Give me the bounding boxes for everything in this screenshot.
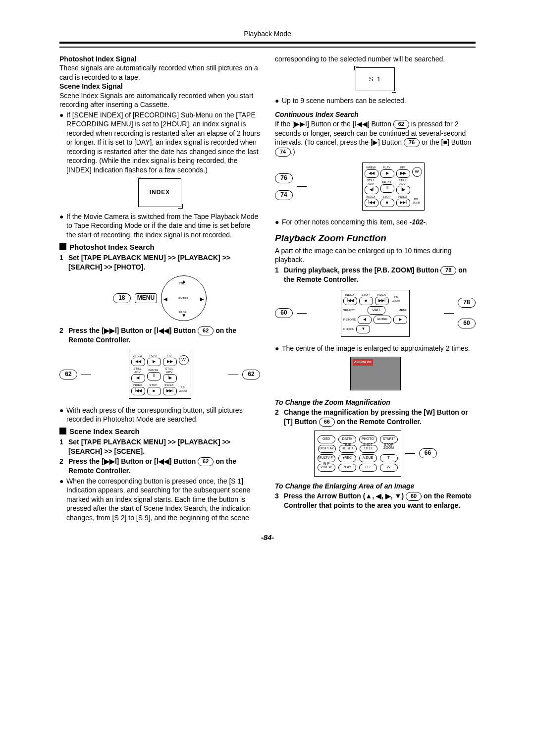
ref-callout: 78 — [458, 298, 476, 308]
step-2: 2 Press the [▶▶ⅼ] Button or [ⅼ◀◀] Button… — [59, 326, 260, 344]
ref-callout: 66 — [419, 448, 437, 458]
paragraph: corresponding to the selected number wil… — [275, 54, 476, 63]
figure-zoom-thumbnail: ZOOM 2× — [275, 357, 476, 392]
remote-icon: V/REW◀◀ PLAY▶ FF/▶▶ W STILL ADV◀ⅼ PAUSEⅼ… — [129, 351, 191, 399]
bullet-dot: ● — [59, 212, 66, 239]
two-column-layout: Photoshot Index Signal These signals are… — [59, 54, 476, 523]
step-text: Set [TAPE PLAYBACK MENU] >> [PLAYBACK] >… — [68, 253, 260, 271]
heading-continuous-index-search: Continuous Index Search — [275, 110, 476, 119]
bullet-dot: ● — [59, 110, 66, 174]
step-number: 1 — [59, 253, 68, 271]
paragraph: Scene Index Signals are automatically re… — [59, 91, 260, 109]
ref-callout: 62 — [198, 326, 214, 335]
step-1: 1 Set [TAPE PLAYBACK MENU] >> [PLAYBACK]… — [59, 437, 260, 456]
leader-line — [405, 453, 415, 454]
step-number: 3 — [275, 491, 284, 510]
screen-indicator-box: S 1 — [356, 67, 395, 91]
step-number: 2 — [59, 457, 68, 475]
heading-scene-index-signal: Scene Index Signal — [59, 82, 260, 91]
ref-callout: 74 — [275, 190, 293, 200]
paragraph: A part of the image can be enlarged up t… — [275, 246, 476, 265]
figure-remote-buttons: 62 V/REW◀◀ PLAY▶ FF/▶▶ W STILL ADV◀ⅼ PAU… — [59, 349, 260, 401]
figure-remote-full: OSD DATE/ TIME PHOTO SHOT START/ STOP DI… — [275, 431, 476, 477]
leader-line — [444, 313, 454, 314]
ref-callout: 74 — [275, 148, 291, 157]
bullet-dot: ● — [275, 344, 282, 353]
heading-photoshot-index-signal: Photoshot Index Signal — [59, 54, 260, 63]
step-1: 1 Set [TAPE PLAYBACK MENU] >> [PLAYBACK]… — [59, 253, 260, 271]
remote-icon: V/REW◀◀ PLAY▶ FF/▶▶ W STILL ADV◀ⅼ PAUSEⅼ… — [362, 162, 425, 211]
heading-change-zoom-mag: To Change the Zoom Magnification — [275, 398, 476, 407]
step-text: Change the magnification by pressing the… — [284, 408, 476, 426]
bullet-item: ● When the corresponding button is press… — [59, 477, 260, 522]
heading-playback-zoom: Playback Zoom Function — [275, 232, 476, 244]
page-header: Playback Mode — [59, 30, 476, 38]
step-text: Press the Arrow Button (▲, ◀, ▶, ▼) 60 o… — [284, 491, 476, 510]
step-text: Press the [▶▶ⅼ] Button or [ⅼ◀◀] Button 6… — [68, 457, 260, 475]
manual-page: Playback Mode Photoshot Index Signal The… — [30, 0, 505, 571]
leader-line — [228, 375, 238, 375]
bullet-text: For other notes concerning this item, se… — [282, 217, 476, 226]
paragraph: These signals are automatically recorded… — [59, 63, 260, 82]
w-button-icon: W — [412, 167, 422, 177]
leader-line — [297, 313, 307, 314]
bullet-text: With each press of the corresponding but… — [66, 406, 260, 424]
step-2: 2 Press the [▶▶ⅼ] Button or [ⅼ◀◀] Button… — [59, 457, 260, 475]
header-rule — [59, 42, 476, 48]
bullet-text: The centre of the image is enlarged to a… — [282, 344, 476, 353]
figure-s1-box: S 1 — [275, 67, 476, 91]
ref-callout: 62 — [59, 370, 77, 379]
ref-callout: 62 — [198, 457, 214, 466]
zoom-preview-icon: ZOOM 2× — [350, 357, 401, 390]
step-number: 1 — [59, 437, 68, 456]
bullet-dot: ● — [275, 217, 282, 226]
ref-callout: 60 — [406, 492, 422, 501]
screen-indicator-box: INDEX — [138, 178, 182, 207]
remote-icon: INDEXⅼ◀◀ STOP■ INDEX▶▶ⅼ P.B. ZOOM SELECT… — [341, 290, 410, 337]
bullet-item: ● Up to 9 scene numbers can be selected. — [275, 96, 476, 105]
bullet-item: ● If [SCENE INDEX] of [RECORDING] Sub-Me… — [59, 110, 260, 174]
ref-callout: 60 — [275, 308, 293, 318]
dial-icon: ▲ ▼ ◀ ▶ STILL FADE ENTER — [161, 275, 207, 321]
square-bullet-icon — [59, 428, 66, 434]
step-text: During playback, press the [P.B. ZOOM] B… — [284, 266, 476, 284]
bullet-item: ● If the Movie Camera is switched from t… — [59, 212, 260, 239]
step-number: 1 — [275, 266, 284, 284]
remote-icon: OSD DATE/ TIME PHOTO SHOT START/ STOP DI… — [314, 431, 401, 477]
step-1: 1 During playback, press the [P.B. ZOOM]… — [275, 266, 476, 284]
ref-callout: 76 — [404, 138, 420, 147]
bullet-text: If the Movie Camera is switched from the… — [66, 212, 260, 239]
bullet-dot: ● — [275, 96, 282, 105]
ref-callout: 18 — [113, 293, 131, 303]
step-text: Set [TAPE PLAYBACK MENU] >> [PLAYBACK] >… — [68, 437, 260, 456]
step-text: Press the [▶▶ⅼ] Button or [ⅼ◀◀] Button 6… — [68, 326, 260, 344]
ref-callout: 66 — [319, 418, 335, 427]
left-column: Photoshot Index Signal These signals are… — [59, 54, 260, 523]
square-bullet-icon — [59, 243, 66, 250]
bullet-item: ● With each press of the corresponding b… — [59, 406, 260, 424]
bullet-text: When the corresponding button is pressed… — [66, 477, 260, 522]
bullet-item: ● For other notes concerning this item, … — [275, 217, 476, 226]
step-number: 2 — [59, 326, 68, 344]
menu-callout: MENU — [135, 293, 157, 303]
step-2: 2 Change the magnification by pressing t… — [275, 408, 476, 426]
ref-callout: 78 — [440, 266, 456, 275]
figure-camera-dial: 18 MENU ▲ ▼ ◀ ▶ STILL FADE ENTER — [59, 275, 260, 321]
ref-callout: 76 — [275, 173, 293, 183]
bullet-dot: ● — [59, 406, 66, 424]
bullet-item: ● The centre of the image is enlarged to… — [275, 344, 476, 353]
step-3: 3 Press the Arrow Button (▲, ◀, ▶, ▼) 60… — [275, 491, 476, 510]
bullet-text: Up to 9 scene numbers can be selected. — [282, 96, 476, 105]
heading-photoshot-index-search: Photoshot Index Search — [59, 242, 260, 252]
w-button-icon: W — [179, 355, 189, 365]
figure-remote-with-refs: 76 74 V/REW◀◀ PLAY▶ FF/▶▶ W STILL ADV◀ⅼ — [275, 161, 476, 213]
page-number: -84- — [59, 533, 476, 541]
paragraph: If the [▶▶ⅼ] Button or the [ⅼ◀◀] Button … — [275, 119, 476, 157]
figure-index-box: INDEX — [59, 178, 260, 207]
heading-scene-index-search: Scene Index Search — [59, 427, 260, 436]
bullet-dot: ● — [59, 477, 66, 522]
ref-callout: 60 — [458, 319, 476, 328]
leader-line — [81, 375, 91, 375]
figure-remote-zoom: 60 INDEXⅼ◀◀ STOP■ INDEX▶▶ⅼ P.B. ZOOM SEL… — [275, 288, 476, 339]
leader-line — [297, 186, 307, 187]
